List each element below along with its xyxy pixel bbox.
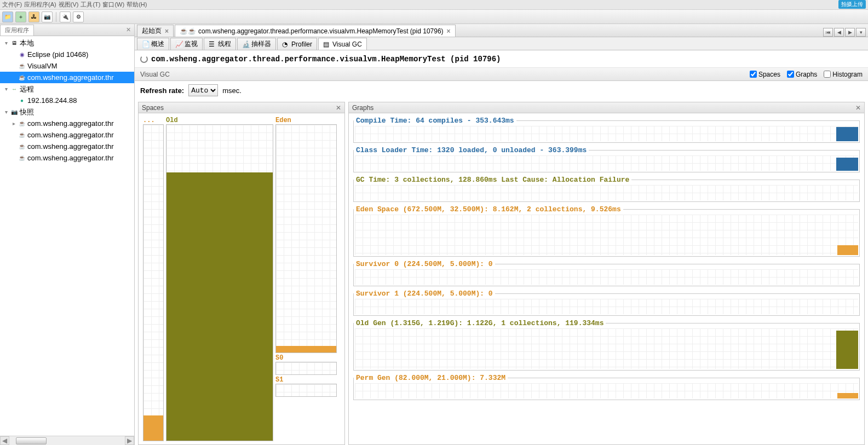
section-label: Visual GC: [140, 71, 170, 78]
graph-old-gen: Old Gen (1.315G, 1.219G): 1.122G, 1 coll…: [353, 319, 860, 371]
scroll-left-icon[interactable]: ◀: [0, 436, 9, 445]
scroll-right-icon[interactable]: ▶: [125, 436, 134, 445]
menu-app[interactable]: 应用程序(A): [24, 1, 56, 9]
subtab-overview[interactable]: 📄概述: [137, 38, 169, 50]
close-icon[interactable]: ✕: [336, 104, 341, 112]
scroll-thumb[interactable]: [16, 437, 47, 444]
graph-classloader-time: Class Loader Time: 1320 loaded, 0 unload…: [353, 146, 860, 172]
tree-item-visualvm[interactable]: VisualVM: [0, 60, 134, 72]
refresh-rate-row: Refresh rate: Auto msec.: [135, 81, 868, 100]
java-icon: [18, 131, 26, 140]
sp-perm-fill: [143, 415, 163, 441]
java-icon: [18, 62, 26, 71]
refresh-unit: msec.: [222, 86, 242, 95]
tree-snapshot-item[interactable]: ▸com.wsheng.aggregator.thr: [0, 118, 134, 129]
chk-histogram[interactable]: Histogram: [824, 71, 863, 78]
menu-tools[interactable]: 工具(T): [81, 1, 100, 9]
tree-snapshot-item[interactable]: com.wsheng.aggregator.thr: [0, 129, 134, 141]
menu-view[interactable]: 视图(V): [59, 1, 79, 9]
tb-plugin1-icon[interactable]: 🔌: [60, 11, 71, 22]
menu-window[interactable]: 窗口(W): [102, 1, 124, 9]
menu-file[interactable]: 文件(F): [2, 1, 22, 9]
tree-node-snapshots[interactable]: ▾快照: [0, 106, 134, 118]
sampler-icon: 🔬: [242, 41, 250, 48]
chk-histogram-input[interactable]: [824, 71, 831, 78]
graph-survivor0: Survivor 0 (224.500M, 5.000M): 0: [353, 260, 860, 286]
tree-snapshot-item[interactable]: com.wsheng.aggregator.thr: [0, 141, 134, 152]
eclipse-icon: [18, 50, 26, 59]
sidebar-close-icon[interactable]: ✕: [123, 26, 134, 33]
toolbar: 📁 ＋ 🖧 📷 🔌 ⚙: [0, 10, 868, 24]
process-title: com.wsheng.aggregator.thread.performance…: [151, 55, 501, 63]
tab-nav-prev-icon[interactable]: ◀: [834, 28, 844, 37]
tree-item-remote-host[interactable]: 192.168.244.88: [0, 95, 134, 106]
tab-nav-menu-icon[interactable]: ▾: [856, 28, 866, 37]
sp-col-s0-label: S0: [275, 354, 337, 362]
options-row: Visual GC Spaces Graphs Histogram: [135, 68, 868, 81]
sidebar-tab-bar: 应用程序 ✕: [0, 24, 134, 36]
spaces-panel: Spaces✕ ... Old Eden: [138, 102, 345, 445]
tb-plugin2-icon[interactable]: ⚙: [73, 11, 84, 22]
sp-col-perm-label: ...: [143, 117, 164, 124]
applications-sidebar: 应用程序 ✕ ▾本地 Eclipse (pid 10468) VisualVM …: [0, 24, 135, 445]
java-icon: [18, 142, 26, 151]
graphs-panel: Graphs✕ Compile Time: 64 compiles - 353.…: [348, 102, 865, 445]
java-icon: ☕: [180, 27, 196, 35]
java-icon: [18, 119, 26, 128]
close-icon[interactable]: ×: [447, 27, 451, 35]
tab-start-page[interactable]: 起始页×: [137, 25, 174, 37]
tab-nav-next-icon[interactable]: ▶: [845, 28, 855, 37]
subtab-profiler[interactable]: ◔Profiler: [277, 38, 317, 50]
sidebar-hscrollbar[interactable]: ◀ ▶: [0, 436, 134, 445]
sp-eden-fill: [276, 346, 336, 352]
chk-spaces[interactable]: Spaces: [750, 71, 780, 78]
computer-icon: [10, 39, 19, 48]
overview-icon: 📄: [142, 41, 150, 48]
chk-spaces-input[interactable]: [750, 71, 757, 78]
graph-perm-gen: Perm Gen (82.000M, 21.000M): 7.332M: [353, 374, 860, 400]
loading-spinner-icon: [140, 55, 148, 63]
tree-snapshot-item[interactable]: com.wsheng.aggregator.thr: [0, 152, 134, 164]
tree-item-selected-process[interactable]: com.wsheng.aggregator.thr: [0, 72, 134, 83]
refresh-label: Refresh rate:: [140, 86, 184, 95]
sidebar-tab-apps[interactable]: 应用程序: [0, 25, 34, 36]
close-icon[interactable]: ✕: [855, 104, 861, 112]
chk-graphs-input[interactable]: [787, 71, 794, 78]
subtab-sampler[interactable]: 🔬抽样器: [237, 38, 276, 50]
app-tree[interactable]: ▾本地 Eclipse (pid 10468) VisualVM com.wsh…: [0, 36, 134, 436]
subtab-threads[interactable]: ☰线程: [204, 38, 236, 50]
graph-survivor1: Survivor 1 (224.500M, 5.000M): 0: [353, 290, 860, 316]
host-icon: [18, 96, 26, 105]
tb-snapshot-icon[interactable]: 📷: [42, 11, 53, 22]
editor-tabs: 起始页× ☕com.wsheng.aggregator.thread.perfo…: [135, 24, 868, 37]
spaces-panel-title: Spaces: [142, 104, 164, 112]
threads-icon: ☰: [209, 41, 216, 48]
tb-add-remote-icon[interactable]: 🖧: [28, 11, 39, 22]
sp-col-s1-label: S1: [275, 376, 337, 384]
remote-icon: [10, 85, 19, 94]
monitor-icon: 📈: [175, 41, 183, 48]
subtab-visualgc[interactable]: ▤Visual GC: [318, 38, 367, 50]
profiler-icon: ◔: [282, 41, 290, 48]
close-icon[interactable]: ×: [165, 27, 169, 35]
tree-node-local[interactable]: ▾本地: [0, 37, 134, 49]
tree-item-eclipse[interactable]: Eclipse (pid 10468): [0, 49, 134, 60]
tab-nav-first-icon[interactable]: ⏮: [823, 28, 833, 37]
refresh-rate-select[interactable]: Auto: [188, 84, 218, 96]
tb-open-icon[interactable]: 📁: [2, 11, 13, 22]
upload-badge[interactable]: 拍摄上传: [838, 0, 866, 9]
tb-add-local-icon[interactable]: ＋: [15, 11, 26, 22]
subtab-monitor[interactable]: 📈监视: [170, 38, 203, 50]
process-title-row: com.wsheng.aggregator.thread.performance…: [135, 50, 868, 68]
snapshot-icon: [10, 108, 19, 117]
visualgc-icon: ▤: [323, 41, 331, 48]
sp-old-fill: [166, 172, 273, 441]
tree-node-remote[interactable]: ▾远程: [0, 83, 134, 95]
sp-col-old-label: Old: [166, 117, 273, 124]
menubar: 文件(F) 应用程序(A) 视图(V) 工具(T) 窗口(W) 帮助(H) 拍摄…: [0, 0, 868, 10]
tab-process[interactable]: ☕com.wsheng.aggregator.thread.performanc…: [175, 25, 456, 37]
java-icon: [18, 154, 26, 163]
chk-graphs[interactable]: Graphs: [787, 71, 817, 78]
process-sub-tabs: 📄概述 📈监视 ☰线程 🔬抽样器 ◔Profiler ▤Visual GC: [135, 37, 868, 50]
menu-help[interactable]: 帮助(H): [127, 1, 147, 9]
